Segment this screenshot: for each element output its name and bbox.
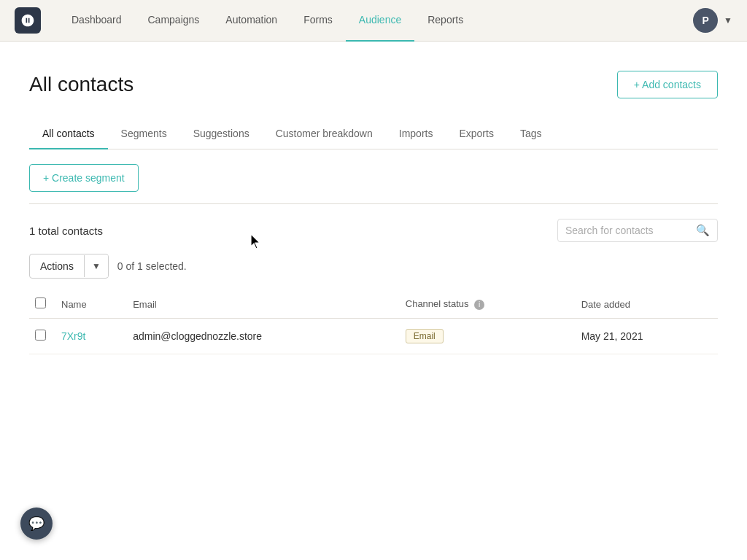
add-contacts-button[interactable]: + Add contacts xyxy=(617,71,718,98)
nav-audience[interactable]: Audience xyxy=(346,0,414,42)
col-name: Name xyxy=(55,290,127,319)
tab-exports[interactable]: Exports xyxy=(446,119,506,149)
table-header: Name Email Channel status i Date added xyxy=(29,290,718,319)
nav-automation[interactable]: Automation xyxy=(212,0,290,42)
row-date-cell: May 21, 2021 xyxy=(576,319,718,354)
col-email: Email xyxy=(127,290,400,319)
row-channel-cell: Email xyxy=(400,319,576,354)
app-logo[interactable] xyxy=(15,7,41,34)
actions-bar: Actions ▼ 0 of 1 selected. xyxy=(29,254,718,279)
chat-button[interactable]: 💬 xyxy=(20,508,53,540)
tab-customer-breakdown[interactable]: Customer breakdown xyxy=(263,119,386,149)
col-date-added: Date added xyxy=(576,290,718,319)
select-all-checkbox[interactable] xyxy=(35,298,46,308)
nav-right: P ▼ xyxy=(693,8,732,33)
nav-reports[interactable]: Reports xyxy=(414,0,476,42)
actions-dropdown: Actions ▼ xyxy=(29,254,109,279)
contacts-section: 1 total contacts 🔍 Actions ▼ 0 of 1 sele… xyxy=(29,204,718,354)
page-header: All contacts + Add contacts xyxy=(29,71,718,98)
contact-name-link[interactable]: 7Xr9t xyxy=(61,330,85,342)
channel-badge: Email xyxy=(406,329,444,343)
nav-forms[interactable]: Forms xyxy=(290,0,346,42)
nav-campaigns[interactable]: Campaigns xyxy=(135,0,213,42)
chat-icon: 💬 xyxy=(28,516,44,532)
actions-chevron-icon[interactable]: ▼ xyxy=(84,255,108,277)
tab-imports[interactable]: Imports xyxy=(386,119,446,149)
actions-label[interactable]: Actions xyxy=(30,254,84,278)
toolbar: + Create segment xyxy=(29,149,718,203)
create-segment-button[interactable]: + Create segment xyxy=(29,164,139,192)
row-email-cell: admin@cloggednozzle.store xyxy=(127,319,400,354)
selected-count: 0 of 1 selected. xyxy=(117,260,187,272)
row-checkbox[interactable] xyxy=(35,330,46,341)
navbar: Dashboard Campaigns Automation Forms Aud… xyxy=(0,0,747,42)
table-row: 7Xr9t admin@cloggednozzle.store Email Ma… xyxy=(29,319,718,354)
nav-dashboard[interactable]: Dashboard xyxy=(58,0,135,42)
search-icon: 🔍 xyxy=(696,224,710,237)
search-box[interactable]: 🔍 xyxy=(557,219,718,242)
tab-all-contacts[interactable]: All contacts xyxy=(29,119,108,149)
row-name-cell: 7Xr9t xyxy=(55,319,127,354)
select-all-col xyxy=(29,290,55,319)
avatar-chevron-icon[interactable]: ▼ xyxy=(724,15,732,26)
main-content: All contacts + Add contacts All contacts… xyxy=(0,42,747,560)
avatar[interactable]: P xyxy=(693,8,718,33)
channel-status-info-icon: i xyxy=(474,300,484,310)
tab-segments[interactable]: Segments xyxy=(108,119,180,149)
contacts-header: 1 total contacts 🔍 xyxy=(29,219,718,242)
tabs: All contacts Segments Suggestions Custom… xyxy=(29,119,718,149)
row-checkbox-cell xyxy=(29,319,55,354)
tab-suggestions[interactable]: Suggestions xyxy=(180,119,263,149)
col-channel-status: Channel status i xyxy=(400,290,576,319)
contacts-count: 1 total contacts xyxy=(29,225,103,237)
nav-links: Dashboard Campaigns Automation Forms Aud… xyxy=(58,0,693,42)
tab-tags[interactable]: Tags xyxy=(507,119,555,149)
contacts-table: Name Email Channel status i Date added 7… xyxy=(29,290,718,354)
table-body: 7Xr9t admin@cloggednozzle.store Email Ma… xyxy=(29,319,718,354)
search-input[interactable] xyxy=(565,225,690,236)
page-title: All contacts xyxy=(29,73,133,96)
